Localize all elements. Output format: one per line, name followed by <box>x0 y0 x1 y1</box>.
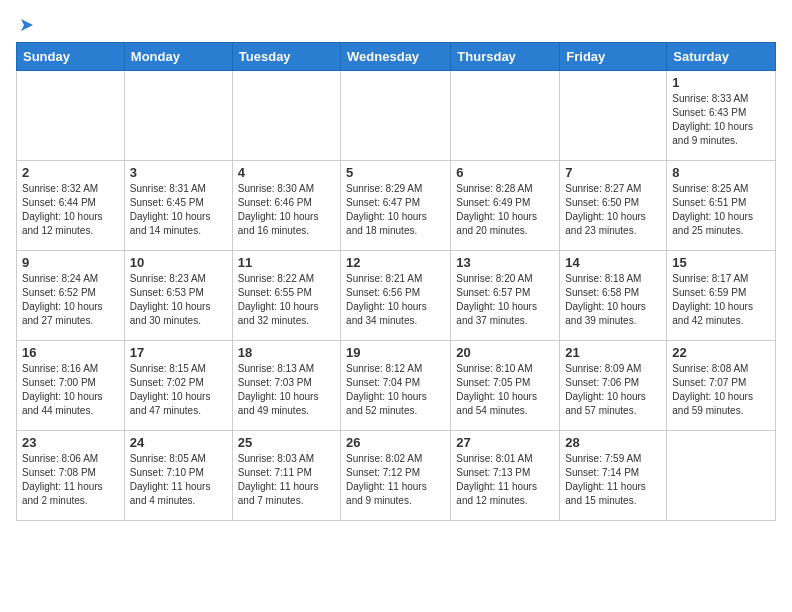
page-header <box>16 16 776 34</box>
day-number: 28 <box>565 435 661 450</box>
calendar-cell <box>232 71 340 161</box>
day-number: 8 <box>672 165 770 180</box>
day-info: Sunrise: 8:08 AM Sunset: 7:07 PM Dayligh… <box>672 362 770 418</box>
calendar-cell: 23Sunrise: 8:06 AM Sunset: 7:08 PM Dayli… <box>17 431 125 521</box>
day-info: Sunrise: 8:13 AM Sunset: 7:03 PM Dayligh… <box>238 362 335 418</box>
day-number: 26 <box>346 435 445 450</box>
calendar-cell: 13Sunrise: 8:20 AM Sunset: 6:57 PM Dayli… <box>451 251 560 341</box>
day-number: 16 <box>22 345 119 360</box>
calendar-cell: 24Sunrise: 8:05 AM Sunset: 7:10 PM Dayli… <box>124 431 232 521</box>
day-info: Sunrise: 8:06 AM Sunset: 7:08 PM Dayligh… <box>22 452 119 508</box>
day-number: 14 <box>565 255 661 270</box>
day-number: 21 <box>565 345 661 360</box>
day-info: Sunrise: 8:30 AM Sunset: 6:46 PM Dayligh… <box>238 182 335 238</box>
day-info: Sunrise: 8:31 AM Sunset: 6:45 PM Dayligh… <box>130 182 227 238</box>
calendar-header-row: SundayMondayTuesdayWednesdayThursdayFrid… <box>17 43 776 71</box>
day-number: 1 <box>672 75 770 90</box>
day-number: 9 <box>22 255 119 270</box>
day-number: 24 <box>130 435 227 450</box>
weekday-header-thursday: Thursday <box>451 43 560 71</box>
calendar-cell <box>451 71 560 161</box>
calendar-cell: 14Sunrise: 8:18 AM Sunset: 6:58 PM Dayli… <box>560 251 667 341</box>
day-number: 17 <box>130 345 227 360</box>
day-info: Sunrise: 8:27 AM Sunset: 6:50 PM Dayligh… <box>565 182 661 238</box>
weekday-header-wednesday: Wednesday <box>341 43 451 71</box>
day-info: Sunrise: 8:10 AM Sunset: 7:05 PM Dayligh… <box>456 362 554 418</box>
day-info: Sunrise: 8:23 AM Sunset: 6:53 PM Dayligh… <box>130 272 227 328</box>
day-info: Sunrise: 8:17 AM Sunset: 6:59 PM Dayligh… <box>672 272 770 328</box>
calendar-cell: 15Sunrise: 8:17 AM Sunset: 6:59 PM Dayli… <box>667 251 776 341</box>
day-info: Sunrise: 8:05 AM Sunset: 7:10 PM Dayligh… <box>130 452 227 508</box>
calendar-cell: 9Sunrise: 8:24 AM Sunset: 6:52 PM Daylig… <box>17 251 125 341</box>
day-info: Sunrise: 8:02 AM Sunset: 7:12 PM Dayligh… <box>346 452 445 508</box>
day-number: 10 <box>130 255 227 270</box>
day-number: 19 <box>346 345 445 360</box>
day-number: 3 <box>130 165 227 180</box>
calendar-cell: 16Sunrise: 8:16 AM Sunset: 7:00 PM Dayli… <box>17 341 125 431</box>
day-info: Sunrise: 8:33 AM Sunset: 6:43 PM Dayligh… <box>672 92 770 148</box>
day-info: Sunrise: 8:21 AM Sunset: 6:56 PM Dayligh… <box>346 272 445 328</box>
day-info: Sunrise: 7:59 AM Sunset: 7:14 PM Dayligh… <box>565 452 661 508</box>
day-info: Sunrise: 8:24 AM Sunset: 6:52 PM Dayligh… <box>22 272 119 328</box>
day-number: 15 <box>672 255 770 270</box>
weekday-header-sunday: Sunday <box>17 43 125 71</box>
weekday-header-friday: Friday <box>560 43 667 71</box>
day-number: 18 <box>238 345 335 360</box>
calendar-cell: 19Sunrise: 8:12 AM Sunset: 7:04 PM Dayli… <box>341 341 451 431</box>
calendar-week-2: 2Sunrise: 8:32 AM Sunset: 6:44 PM Daylig… <box>17 161 776 251</box>
calendar-week-4: 16Sunrise: 8:16 AM Sunset: 7:00 PM Dayli… <box>17 341 776 431</box>
calendar-cell <box>560 71 667 161</box>
day-info: Sunrise: 8:32 AM Sunset: 6:44 PM Dayligh… <box>22 182 119 238</box>
day-info: Sunrise: 8:18 AM Sunset: 6:58 PM Dayligh… <box>565 272 661 328</box>
day-number: 7 <box>565 165 661 180</box>
day-number: 4 <box>238 165 335 180</box>
day-info: Sunrise: 8:29 AM Sunset: 6:47 PM Dayligh… <box>346 182 445 238</box>
day-info: Sunrise: 8:25 AM Sunset: 6:51 PM Dayligh… <box>672 182 770 238</box>
calendar-cell: 18Sunrise: 8:13 AM Sunset: 7:03 PM Dayli… <box>232 341 340 431</box>
calendar-cell <box>124 71 232 161</box>
svg-marker-0 <box>21 19 33 31</box>
calendar-cell: 28Sunrise: 7:59 AM Sunset: 7:14 PM Dayli… <box>560 431 667 521</box>
calendar-cell: 22Sunrise: 8:08 AM Sunset: 7:07 PM Dayli… <box>667 341 776 431</box>
calendar-cell <box>17 71 125 161</box>
day-info: Sunrise: 8:20 AM Sunset: 6:57 PM Dayligh… <box>456 272 554 328</box>
day-info: Sunrise: 8:16 AM Sunset: 7:00 PM Dayligh… <box>22 362 119 418</box>
calendar-cell: 26Sunrise: 8:02 AM Sunset: 7:12 PM Dayli… <box>341 431 451 521</box>
day-number: 25 <box>238 435 335 450</box>
calendar-cell: 25Sunrise: 8:03 AM Sunset: 7:11 PM Dayli… <box>232 431 340 521</box>
calendar-cell: 1Sunrise: 8:33 AM Sunset: 6:43 PM Daylig… <box>667 71 776 161</box>
calendar-week-5: 23Sunrise: 8:06 AM Sunset: 7:08 PM Dayli… <box>17 431 776 521</box>
day-number: 13 <box>456 255 554 270</box>
calendar-table: SundayMondayTuesdayWednesdayThursdayFrid… <box>16 42 776 521</box>
day-number: 23 <box>22 435 119 450</box>
calendar-week-3: 9Sunrise: 8:24 AM Sunset: 6:52 PM Daylig… <box>17 251 776 341</box>
day-number: 11 <box>238 255 335 270</box>
day-number: 22 <box>672 345 770 360</box>
calendar-cell: 7Sunrise: 8:27 AM Sunset: 6:50 PM Daylig… <box>560 161 667 251</box>
weekday-header-saturday: Saturday <box>667 43 776 71</box>
day-info: Sunrise: 8:09 AM Sunset: 7:06 PM Dayligh… <box>565 362 661 418</box>
calendar-cell: 21Sunrise: 8:09 AM Sunset: 7:06 PM Dayli… <box>560 341 667 431</box>
day-number: 27 <box>456 435 554 450</box>
calendar-week-1: 1Sunrise: 8:33 AM Sunset: 6:43 PM Daylig… <box>17 71 776 161</box>
day-number: 2 <box>22 165 119 180</box>
day-number: 12 <box>346 255 445 270</box>
calendar-cell <box>667 431 776 521</box>
calendar-cell: 27Sunrise: 8:01 AM Sunset: 7:13 PM Dayli… <box>451 431 560 521</box>
weekday-header-monday: Monday <box>124 43 232 71</box>
calendar-cell: 17Sunrise: 8:15 AM Sunset: 7:02 PM Dayli… <box>124 341 232 431</box>
day-info: Sunrise: 8:15 AM Sunset: 7:02 PM Dayligh… <box>130 362 227 418</box>
calendar-cell: 4Sunrise: 8:30 AM Sunset: 6:46 PM Daylig… <box>232 161 340 251</box>
day-info: Sunrise: 8:28 AM Sunset: 6:49 PM Dayligh… <box>456 182 554 238</box>
logo-arrow-icon <box>18 16 36 34</box>
day-number: 5 <box>346 165 445 180</box>
calendar-cell: 11Sunrise: 8:22 AM Sunset: 6:55 PM Dayli… <box>232 251 340 341</box>
calendar-cell <box>341 71 451 161</box>
logo <box>16 16 36 34</box>
day-info: Sunrise: 8:12 AM Sunset: 7:04 PM Dayligh… <box>346 362 445 418</box>
day-info: Sunrise: 8:03 AM Sunset: 7:11 PM Dayligh… <box>238 452 335 508</box>
day-info: Sunrise: 8:01 AM Sunset: 7:13 PM Dayligh… <box>456 452 554 508</box>
calendar-cell: 12Sunrise: 8:21 AM Sunset: 6:56 PM Dayli… <box>341 251 451 341</box>
weekday-header-tuesday: Tuesday <box>232 43 340 71</box>
calendar-cell: 20Sunrise: 8:10 AM Sunset: 7:05 PM Dayli… <box>451 341 560 431</box>
